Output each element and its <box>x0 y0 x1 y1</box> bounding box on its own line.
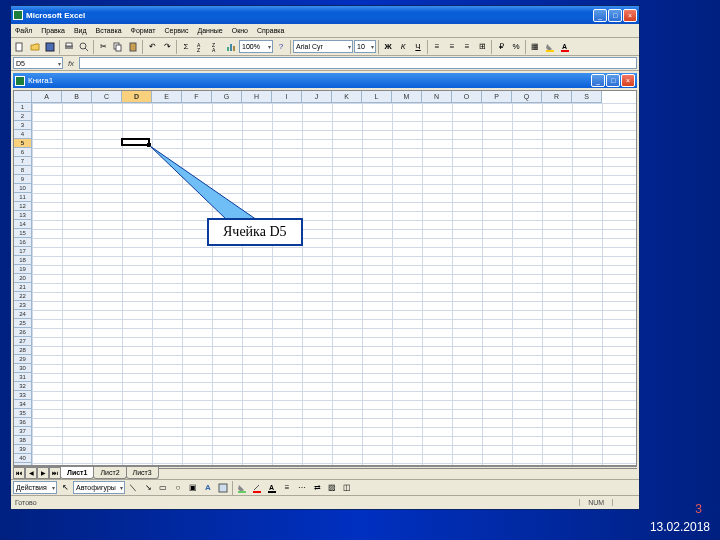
row-header-22[interactable]: 22 <box>14 292 32 301</box>
menu-правка[interactable]: Правка <box>39 27 67 34</box>
col-header-H[interactable]: H <box>242 91 272 103</box>
col-header-L[interactable]: L <box>362 91 392 103</box>
help-icon[interactable]: ? <box>274 40 288 54</box>
redo-icon[interactable]: ↷ <box>160 40 174 54</box>
col-header-F[interactable]: F <box>182 91 212 103</box>
col-header-I[interactable]: I <box>272 91 302 103</box>
row-header-23[interactable]: 23 <box>14 301 32 310</box>
fill-color-icon[interactable] <box>543 40 557 54</box>
zoom-combo[interactable]: 100% <box>239 40 273 53</box>
column-headers[interactable]: ABCDEFGHIJKLMNOPQRS <box>14 91 636 103</box>
col-header-D[interactable]: D <box>122 91 152 103</box>
fx-button[interactable]: fx <box>65 59 77 68</box>
tab-first-button[interactable]: ⏮ <box>13 467 25 479</box>
wordart-icon[interactable]: A <box>201 481 215 495</box>
cut-icon[interactable]: ✂ <box>96 40 110 54</box>
select-all-corner[interactable] <box>14 91 32 103</box>
row-header-6[interactable]: 6 <box>14 148 32 157</box>
row-header-1[interactable]: 1 <box>14 103 32 112</box>
menu-справка[interactable]: Справка <box>255 27 286 34</box>
row-header-2[interactable]: 2 <box>14 112 32 121</box>
row-headers[interactable]: 1234567891011121314151617181920212223242… <box>14 103 32 466</box>
col-header-Q[interactable]: Q <box>512 91 542 103</box>
line-style-icon[interactable]: ≡ <box>280 481 294 495</box>
percent-icon[interactable]: % <box>509 40 523 54</box>
row-header-19[interactable]: 19 <box>14 265 32 274</box>
menu-файл[interactable]: Файл <box>13 27 34 34</box>
col-header-O[interactable]: O <box>452 91 482 103</box>
align-right-icon[interactable]: ≡ <box>460 40 474 54</box>
col-header-M[interactable]: M <box>392 91 422 103</box>
row-header-8[interactable]: 8 <box>14 166 32 175</box>
close-button[interactable]: × <box>623 9 637 22</box>
dash-style-icon[interactable]: ⋯ <box>295 481 309 495</box>
row-header-30[interactable]: 30 <box>14 364 32 373</box>
line-color-icon[interactable] <box>250 481 264 495</box>
name-box[interactable]: D5 <box>13 57 63 69</box>
row-header-14[interactable]: 14 <box>14 220 32 229</box>
row-header-24[interactable]: 24 <box>14 310 32 319</box>
doc-close-button[interactable]: × <box>621 74 635 87</box>
undo-icon[interactable]: ↶ <box>145 40 159 54</box>
row-header-33[interactable]: 33 <box>14 391 32 400</box>
oval-icon[interactable]: ○ <box>171 481 185 495</box>
row-header-28[interactable]: 28 <box>14 346 32 355</box>
row-header-29[interactable]: 29 <box>14 355 32 364</box>
underline-icon[interactable]: Ч <box>411 40 425 54</box>
row-header-15[interactable]: 15 <box>14 229 32 238</box>
actions-menu[interactable]: Действия <box>13 481 57 494</box>
textbox-icon[interactable]: ▣ <box>186 481 200 495</box>
paste-icon[interactable] <box>126 40 140 54</box>
font-size-combo[interactable]: 10 <box>354 40 376 53</box>
row-header-39[interactable]: 39 <box>14 445 32 454</box>
currency-icon[interactable]: ₽ <box>494 40 508 54</box>
print-icon[interactable] <box>62 40 76 54</box>
merge-icon[interactable]: ⊞ <box>475 40 489 54</box>
font-color-draw-icon[interactable]: A <box>265 481 279 495</box>
menu-данные[interactable]: Данные <box>195 27 224 34</box>
row-header-3[interactable]: 3 <box>14 121 32 130</box>
spreadsheet-grid[interactable]: ABCDEFGHIJKLMNOPQRS 12345678910111213141… <box>13 90 637 466</box>
row-header-9[interactable]: 9 <box>14 175 32 184</box>
formula-bar[interactable] <box>79 57 637 69</box>
menu-формат[interactable]: Формат <box>129 27 158 34</box>
doc-maximize-button[interactable]: □ <box>606 74 620 87</box>
col-header-S[interactable]: S <box>572 91 602 103</box>
sum-icon[interactable]: Σ <box>179 40 193 54</box>
align-center-icon[interactable]: ≡ <box>445 40 459 54</box>
minimize-button[interactable]: _ <box>593 9 607 22</box>
row-header-7[interactable]: 7 <box>14 157 32 166</box>
clipart-icon[interactable] <box>216 481 230 495</box>
sheet-tab-2[interactable]: Лист2 <box>93 467 126 479</box>
row-header-36[interactable]: 36 <box>14 418 32 427</box>
row-header-18[interactable]: 18 <box>14 256 32 265</box>
row-header-25[interactable]: 25 <box>14 319 32 328</box>
row-header-16[interactable]: 16 <box>14 238 32 247</box>
menu-сервис[interactable]: Сервис <box>162 27 190 34</box>
arrow-style-icon[interactable]: ⇄ <box>310 481 324 495</box>
col-header-A[interactable]: A <box>32 91 62 103</box>
italic-icon[interactable]: К <box>396 40 410 54</box>
row-header-38[interactable]: 38 <box>14 436 32 445</box>
select-arrow-icon[interactable]: ↖ <box>58 481 72 495</box>
row-header-12[interactable]: 12 <box>14 202 32 211</box>
menu-вид[interactable]: Вид <box>72 27 89 34</box>
shadow-icon[interactable]: ▨ <box>325 481 339 495</box>
col-header-J[interactable]: J <box>302 91 332 103</box>
font-color-icon[interactable]: A <box>558 40 572 54</box>
col-header-B[interactable]: B <box>62 91 92 103</box>
open-icon[interactable] <box>28 40 42 54</box>
col-header-R[interactable]: R <box>542 91 572 103</box>
bold-icon[interactable]: Ж <box>381 40 395 54</box>
tab-next-button[interactable]: ▶ <box>37 467 49 479</box>
row-header-20[interactable]: 20 <box>14 274 32 283</box>
col-header-G[interactable]: G <box>212 91 242 103</box>
sheet-tab-3[interactable]: Лист3 <box>126 467 159 479</box>
row-header-17[interactable]: 17 <box>14 247 32 256</box>
arrow-icon[interactable]: ↘ <box>141 481 155 495</box>
3d-icon[interactable]: ◫ <box>340 481 354 495</box>
maximize-button[interactable]: □ <box>608 9 622 22</box>
line-icon[interactable]: ＼ <box>126 481 140 495</box>
borders-icon[interactable]: ▦ <box>528 40 542 54</box>
row-header-11[interactable]: 11 <box>14 193 32 202</box>
